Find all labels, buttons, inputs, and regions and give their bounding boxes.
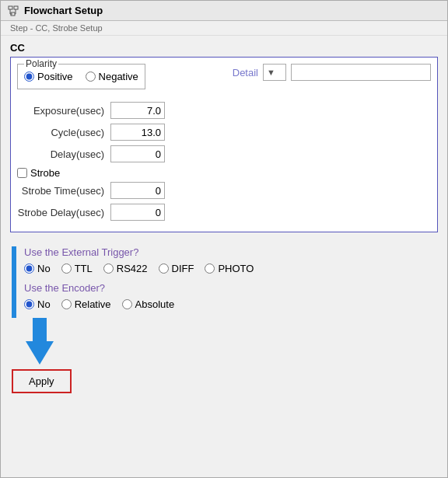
lower-section: Use the External Trigger? No TTL RS422: [1, 246, 447, 318]
encoder-no-radio[interactable]: [24, 299, 34, 309]
arrow-shaft: [33, 318, 47, 341]
trigger-photo-label[interactable]: PHOTO: [205, 263, 254, 274]
encoder-question: Use the Encoder?: [24, 282, 438, 294]
strobe-time-row: Strobe Time(usec): [17, 182, 431, 199]
breadcrumb: Step - CC, Strobe Setup: [1, 21, 447, 36]
trigger-rs422-text: RS422: [117, 263, 148, 274]
exposure-input[interactable]: [110, 102, 165, 119]
trigger-ttl-text: TTL: [75, 263, 93, 274]
delay-label: Delay(usec): [17, 148, 110, 160]
polarity-group: Polarity Positive Negative: [17, 64, 145, 89]
polarity-row: Positive Negative: [24, 71, 138, 82]
encoder-no-label[interactable]: No: [24, 298, 51, 310]
polarity-negative-radio[interactable]: [86, 72, 96, 82]
trigger-rs422-radio[interactable]: [103, 263, 114, 274]
polarity-positive-label[interactable]: Positive: [24, 71, 73, 82]
encoder-relative-radio[interactable]: [61, 299, 72, 309]
arrow-head: [26, 341, 54, 365]
trigger-diff-text: DIFF: [172, 263, 194, 274]
cycle-label: Cycle(usec): [17, 127, 110, 138]
vertical-bar: [12, 246, 16, 318]
field-group: Exposure(usec) Cycle(usec) Delay(usec): [17, 102, 431, 162]
strobe-checkbox-row: Strobe: [17, 167, 431, 179]
polarity-negative-text: Negative: [99, 71, 138, 82]
trigger-diff-label[interactable]: DIFF: [159, 263, 194, 274]
detail-value-box: [291, 64, 431, 81]
encoder-absolute-text: Absolute: [135, 298, 175, 310]
polarity-positive-text: Positive: [37, 71, 73, 82]
polarity-negative-label[interactable]: Negative: [86, 71, 138, 82]
trigger-ttl-radio[interactable]: [61, 263, 72, 274]
strobe-time-input[interactable]: [110, 182, 165, 199]
encoder-relative-label[interactable]: Relative: [61, 298, 111, 310]
strobe-time-label: Strobe Time(usec): [17, 185, 110, 197]
cycle-input[interactable]: [110, 124, 165, 141]
encoder-radio-row: No Relative Absolute: [24, 298, 438, 310]
encoder-relative-text: Relative: [75, 298, 111, 310]
main-window: Flowchart Setup Step - CC, Strobe Setup …: [0, 0, 448, 478]
encoder-no-text: No: [37, 298, 51, 310]
trigger-rs422-label[interactable]: RS422: [103, 263, 148, 274]
cycle-row: Cycle(usec): [17, 124, 431, 141]
trigger-no-radio[interactable]: [24, 263, 34, 274]
cc-label: CC: [10, 42, 438, 54]
title-text: Flowchart Setup: [24, 5, 103, 16]
apply-button[interactable]: Apply: [12, 369, 72, 393]
detail-dropdown-btn[interactable]: ▼: [263, 64, 286, 81]
detail-label: Detail: [233, 67, 258, 79]
strobe-delay-label: Strobe Delay(usec): [17, 207, 110, 218]
cc-header-row: Polarity Positive Negative Det: [17, 64, 431, 97]
delay-row: Delay(usec): [17, 145, 431, 162]
cc-box: Polarity Positive Negative Det: [10, 57, 438, 232]
svg-rect-0: [9, 6, 12, 9]
encoder-absolute-radio[interactable]: [122, 299, 132, 309]
encoder-section: Use the Encoder? No Relative Absolute: [24, 282, 438, 310]
trigger-question: Use the External Trigger?: [24, 246, 438, 258]
apply-button-container: Apply: [12, 369, 72, 393]
trigger-radio-row: No TTL RS422 DIFF: [24, 263, 438, 274]
trigger-no-text: No: [37, 263, 51, 274]
strobe-delay-input[interactable]: [110, 204, 165, 221]
title-bar: Flowchart Setup: [1, 1, 447, 21]
trigger-section: Use the External Trigger? No TTL RS422: [24, 246, 438, 274]
arrow-wrapper: [26, 318, 54, 365]
exposure-label: Exposure(usec): [17, 105, 110, 117]
strobe-checkbox[interactable]: [17, 168, 27, 178]
trigger-diff-radio[interactable]: [159, 263, 169, 274]
strobe-delay-row: Strobe Delay(usec): [17, 204, 431, 221]
detail-chevron: ▼: [267, 68, 275, 77]
flowchart-icon: [7, 5, 19, 17]
trigger-photo-text: PHOTO: [218, 263, 254, 274]
strobe-label: Strobe: [30, 167, 60, 179]
exposure-row: Exposure(usec): [17, 102, 431, 119]
detail-section: Detail ▼: [233, 64, 431, 81]
encoder-absolute-label[interactable]: Absolute: [122, 298, 175, 310]
trigger-ttl-label[interactable]: TTL: [61, 263, 93, 274]
polarity-positive-radio[interactable]: [24, 72, 34, 82]
trigger-photo-radio[interactable]: [205, 263, 215, 274]
polarity-legend: Polarity: [24, 58, 58, 69]
apply-section: Apply: [1, 318, 447, 403]
delay-input[interactable]: [110, 145, 165, 162]
lower-content: Use the External Trigger? No TTL RS422: [24, 246, 447, 318]
trigger-no-label[interactable]: No: [24, 263, 51, 274]
svg-rect-1: [14, 6, 18, 9]
content-area: CC Polarity Positive Negative: [1, 36, 447, 246]
